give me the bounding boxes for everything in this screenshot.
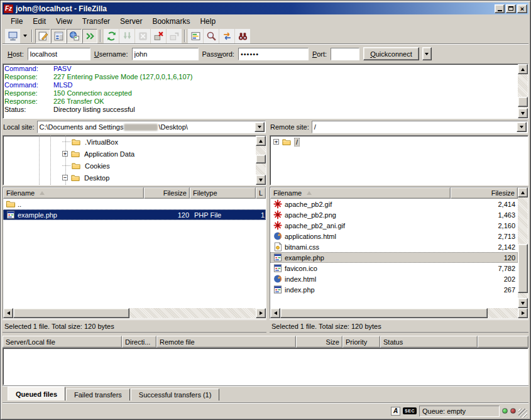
file-size-cell: 1,463 [451, 211, 518, 219]
message-log-toggle-button[interactable] [35, 29, 50, 43]
local-site-combobox[interactable]: C:\Documents and Settings\Desktop\ [37, 121, 266, 133]
menu-edit[interactable]: Edit [28, 16, 50, 27]
menu-bookmarks[interactable]: Bookmarks [148, 16, 194, 27]
close-button[interactable]: × [517, 4, 527, 13]
menu-view[interactable]: View [52, 16, 77, 27]
queue-column-server-local-file[interactable]: Server/Local file [3, 336, 122, 348]
scroll-up-button[interactable] [256, 136, 266, 146]
tree-item[interactable]: Cookies [3, 160, 256, 172]
log-type-label: Status: [4, 106, 53, 114]
scroll-thumb[interactable] [280, 308, 488, 318]
menu-file[interactable]: File [6, 16, 27, 27]
local-horizontal-scrollbar[interactable] [3, 308, 266, 318]
maximize-button[interactable] [506, 4, 516, 13]
column-header-l[interactable]: L [256, 187, 266, 199]
local-tree-scrollbar[interactable] [256, 136, 266, 185]
tree-item[interactable]: −Desktop [3, 172, 256, 184]
site-manager-dropdown-arrow[interactable] [21, 29, 29, 43]
local-site-dropdown-button[interactable] [255, 122, 265, 132]
expand-icon[interactable]: + [62, 151, 68, 157]
file-row[interactable]: example.php120PHP File1 [3, 209, 266, 220]
tree-item[interactable]: +/ [270, 136, 528, 148]
port-input[interactable] [331, 48, 359, 60]
queue-column-remote-file[interactable]: Remote file [156, 336, 296, 348]
file-row[interactable]: favicon.ico7,782 [270, 263, 518, 274]
reconnect-button[interactable] [167, 29, 182, 43]
tab-successful-transfers-1-[interactable]: Successful transfers (1) [131, 389, 220, 401]
column-header-filename[interactable]: Filename [3, 187, 144, 199]
queue-column-status[interactable]: Status [380, 336, 478, 348]
find-files-button[interactable] [235, 29, 250, 43]
password-input[interactable] [238, 48, 309, 60]
tree-item-label: Cookies [84, 162, 111, 170]
queue-column-directi-[interactable]: Directi... [122, 336, 156, 348]
scroll-thumb[interactable] [13, 308, 129, 318]
username-label: Username: [94, 50, 128, 58]
tab-queued-files[interactable]: Queued files [8, 387, 65, 401]
scroll-down-button[interactable] [518, 108, 528, 118]
scroll-thumb[interactable] [518, 97, 528, 107]
minimize-button[interactable] [495, 4, 505, 13]
scroll-thumb[interactable] [518, 244, 528, 293]
queue-column-blank[interactable] [478, 336, 528, 348]
column-header-filesize[interactable]: Filesize [451, 187, 518, 199]
remote-site-combobox[interactable]: / [312, 121, 528, 133]
column-header-filename[interactable]: Filename [270, 187, 451, 199]
synchronized-browsing-button[interactable] [219, 29, 234, 43]
username-input[interactable] [132, 48, 199, 60]
broken-image-icon [273, 210, 283, 219]
file-row[interactable]: bitnami.css2,142 [270, 241, 518, 252]
tree-item[interactable]: +Application Data [3, 148, 256, 160]
disconnect-button[interactable] [151, 29, 166, 43]
file-row[interactable]: example.php120 [270, 252, 518, 263]
scroll-right-button[interactable] [518, 308, 528, 318]
column-header-filetype[interactable]: Filetype [190, 187, 256, 199]
scroll-thumb[interactable] [256, 155, 266, 163]
scroll-up-button[interactable] [518, 64, 528, 74]
quickconnect-button[interactable]: Quickconnect [363, 47, 419, 60]
remote-site-dropdown-button[interactable] [517, 122, 527, 132]
message-log-scrollbar[interactable] [518, 64, 528, 118]
firefox-icon [273, 274, 283, 284]
menu-help[interactable]: Help [195, 16, 220, 27]
host-input[interactable] [28, 48, 90, 60]
local-treeview-toggle-button[interactable] [51, 29, 66, 43]
compare-directories-button[interactable] [204, 29, 219, 43]
remote-treeview-toggle-button[interactable] [67, 29, 82, 43]
folder-icon [6, 199, 16, 209]
cancel-operation-button[interactable] [135, 29, 150, 43]
site-manager-button[interactable] [5, 29, 20, 43]
scroll-down-button[interactable] [518, 298, 528, 308]
file-row[interactable]: applications.html2,713 [270, 231, 518, 241]
transfer-queue-toggle-button[interactable] [82, 29, 97, 43]
scroll-left-button[interactable] [3, 308, 13, 318]
scroll-right-button[interactable] [256, 308, 266, 318]
process-queue-button[interactable] [119, 29, 134, 43]
resize-grip[interactable] [518, 409, 527, 417]
collapse-icon[interactable]: − [62, 175, 68, 180]
menu-transfer[interactable]: Transfer [78, 16, 114, 27]
scroll-up-button[interactable] [518, 187, 528, 197]
quickconnect-dropdown-button[interactable] [422, 47, 432, 60]
expand-icon[interactable]: + [273, 139, 279, 145]
file-row[interactable]: apache_pb2.gif2,414 [270, 199, 518, 209]
scroll-down-button[interactable] [256, 175, 266, 185]
file-row[interactable]: apache_pb2_ani.gif2,160 [270, 220, 518, 231]
queue-column-priority[interactable]: Priority [342, 336, 380, 348]
menu-server[interactable]: Server [116, 16, 146, 27]
remote-list-scrollbar[interactable] [518, 187, 528, 308]
remote-horizontal-scrollbar[interactable] [270, 308, 528, 318]
refresh-button[interactable] [104, 29, 119, 43]
queue-column-size[interactable]: Size [296, 336, 342, 348]
file-row[interactable]: .. [3, 199, 266, 209]
file-row[interactable]: index.php267 [270, 284, 518, 295]
scroll-left-button[interactable] [270, 308, 280, 318]
directory-filter-button[interactable] [188, 29, 203, 43]
tree-connector [62, 165, 70, 166]
tree-item[interactable]: .VirtualBox [3, 136, 256, 148]
file-size: 120 [178, 211, 189, 219]
file-row[interactable]: apache_pb2.png1,463 [270, 209, 518, 220]
tab-failed-transfers[interactable]: Failed transfers [66, 389, 130, 401]
file-row[interactable]: index.html202 [270, 274, 518, 284]
column-header-filesize[interactable]: Filesize [144, 187, 190, 199]
